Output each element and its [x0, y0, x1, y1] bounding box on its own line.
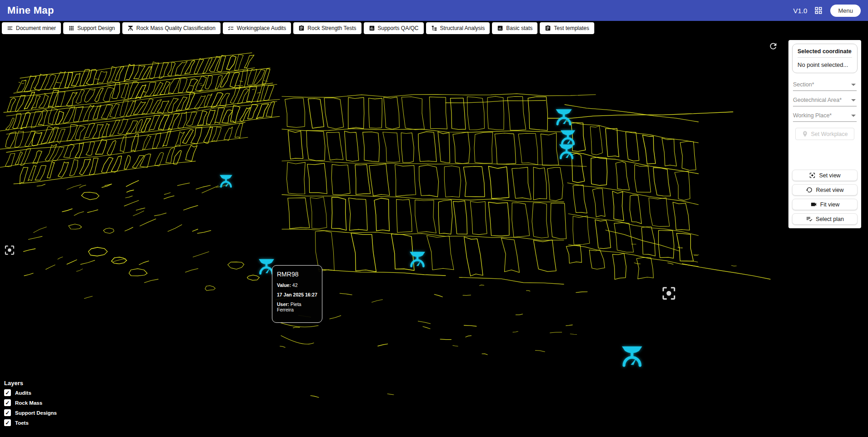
toolbar-button-label: Workingplace Audits — [237, 25, 286, 31]
side-panel: Selected coordinate No point selected...… — [788, 40, 861, 228]
chevron-down-icon — [851, 84, 856, 86]
tooltip-user: User: Pieta Ferreira — [277, 301, 317, 312]
location-pin-icon — [802, 131, 808, 137]
refresh-icon[interactable] — [768, 41, 778, 51]
mine-map-app: Mine Map V1.0 Menu Document minerSupport… — [0, 0, 868, 437]
checkbox-checked-icon[interactable]: ✓ — [4, 419, 11, 426]
view-button-label: Fit view — [820, 201, 839, 208]
toolbar-button-label: Basic stats — [506, 25, 532, 31]
view-button-label: Set view — [819, 172, 840, 179]
center-focus-marker-icon[interactable] — [661, 285, 677, 302]
menu-button[interactable]: Menu — [830, 5, 861, 17]
layer-label: Toets — [15, 420, 29, 426]
toolbar-button-label: Structural Analysis — [440, 25, 485, 31]
layer-toggle-toets[interactable]: ✓Toets — [4, 419, 57, 426]
center-focus-icon — [809, 172, 816, 179]
set-workplace-button[interactable]: Set Workplace — [795, 128, 854, 140]
app-header: Mine Map V1.0 Menu — [0, 0, 868, 21]
scale-marker-icon[interactable] — [557, 142, 576, 161]
toolbar-button-support-design[interactable]: Support Design — [63, 22, 120, 34]
mine-wireframe-map — [0, 35, 868, 437]
tooltip-timestamp: 17 Jan 2025 16:27 — [277, 292, 317, 297]
layers-panel: Layers ✓Audits✓Rock Mass✓Support Designs… — [4, 380, 57, 429]
select-label: Geotechnical Area* — [793, 97, 842, 103]
set-view-button[interactable]: Set view — [792, 170, 858, 181]
toolbar-button-structural-analysis[interactable]: Structural Analysis — [426, 22, 490, 34]
toolbar-button-supports-qa-qc[interactable]: Supports QA/QC — [364, 22, 424, 34]
chevron-down-icon — [851, 99, 856, 101]
tooltip-value-number: 42 — [292, 282, 298, 288]
apps-grid-icon — [68, 25, 75, 31]
layer-label: Support Designs — [15, 410, 57, 416]
chart-bars-icon — [497, 25, 503, 31]
restore-icon — [806, 186, 813, 193]
tree-icon — [431, 25, 437, 31]
checkbox-checked-icon[interactable]: ✓ — [4, 409, 11, 416]
selected-coordinate-empty: No point selected... — [798, 61, 852, 68]
view-button-label: Reset view — [816, 187, 843, 193]
toolbar: Document minerSupport DesignRock Mass Qu… — [0, 21, 868, 35]
select-working-place-[interactable]: Working Place* — [793, 110, 857, 122]
layer-toggle-rock-mass[interactable]: ✓Rock Mass — [4, 399, 57, 406]
toolbar-button-document-miner[interactable]: Document miner — [2, 22, 61, 34]
toolbar-button-label: Rock Mass Quality Classification — [136, 25, 216, 31]
checklist-icon — [228, 25, 234, 31]
scale-marker-icon[interactable] — [218, 173, 234, 189]
select-section-[interactable]: Section* — [793, 79, 857, 91]
tooltip-title: RMR98 — [277, 271, 317, 278]
panel-spacer — [792, 140, 858, 166]
select-geotechnical-area-[interactable]: Geotechnical Area* — [793, 94, 857, 106]
tooltip-value-label: Value: — [277, 282, 291, 288]
fit-view-button[interactable]: Fit view — [792, 199, 858, 210]
toolbar-button-workingplace-audits[interactable]: Workingplace Audits — [223, 22, 291, 34]
reset-view-button[interactable]: Reset view — [792, 184, 858, 196]
toolbar-button-label: Test templates — [554, 25, 589, 31]
toolbar-button-label: Document miner — [16, 25, 56, 31]
app-title: Mine Map — [7, 5, 54, 16]
playlist-check-icon — [806, 216, 813, 222]
scale-marker-icon[interactable] — [407, 249, 427, 269]
selected-coordinate-title: Selected coordinate — [798, 48, 852, 58]
analytics-icon — [369, 25, 375, 31]
toolbar-button-test-templates[interactable]: Test templates — [540, 22, 594, 34]
chevron-down-icon — [851, 115, 856, 117]
select-fields: Section*Geotechnical Area*Working Place* — [792, 77, 858, 125]
version-label: V1.0 — [793, 7, 808, 15]
center-focus-marker-icon[interactable] — [4, 244, 16, 256]
select-label: Section* — [793, 81, 814, 88]
view-button-label: Select plan — [816, 216, 844, 222]
layer-toggle-audits[interactable]: ✓Audits — [4, 389, 57, 396]
videocam-icon — [810, 201, 817, 208]
selected-coordinate-card: Selected coordinate No point selected... — [792, 44, 858, 73]
scale-icon — [127, 25, 134, 31]
layer-toggle-support-designs[interactable]: ✓Support Designs — [4, 409, 57, 416]
toolbar-button-label: Supports QA/QC — [378, 25, 419, 31]
layer-label: Rock Mass — [15, 400, 42, 406]
scale-marker-icon[interactable] — [619, 343, 645, 369]
set-workplace-label: Set Workplace — [811, 131, 848, 137]
dashboard-grid-icon[interactable] — [814, 6, 823, 15]
toolbar-button-rock-mass-quality-classification[interactable]: Rock Mass Quality Classification — [122, 22, 221, 34]
select-label: Working Place* — [793, 112, 832, 119]
tooltip-user-label: User: — [277, 301, 289, 307]
checkbox-checked-icon[interactable]: ✓ — [4, 389, 11, 396]
toolbar-button-rock-strength-tests[interactable]: Rock Strength Tests — [293, 22, 361, 34]
menu-lines-icon — [7, 25, 13, 31]
tooltip-value: Value: 42 — [277, 282, 317, 288]
toolbar-button-basic-stats[interactable]: Basic stats — [492, 22, 537, 34]
scale-marker-icon[interactable] — [553, 106, 574, 127]
layers-list: ✓Audits✓Rock Mass✓Support Designs✓Toets — [4, 389, 57, 426]
select-plan-button[interactable]: Select plan — [792, 213, 858, 225]
toolbar-button-label: Support Design — [77, 25, 115, 31]
view-buttons: Set viewReset viewFit viewSelect plan — [792, 166, 858, 225]
marker-tooltip: RMR98 Value: 42 17 Jan 2025 16:27 User: … — [272, 265, 322, 323]
layer-label: Audits — [15, 390, 31, 396]
checkbox-checked-icon[interactable]: ✓ — [4, 399, 11, 406]
clipboard-icon — [298, 25, 305, 31]
layers-title: Layers — [4, 380, 57, 387]
clipboard-icon — [545, 25, 551, 31]
map-canvas[interactable]: RMR98 Value: 42 17 Jan 2025 16:27 User: … — [0, 35, 868, 437]
toolbar-button-label: Rock Strength Tests — [307, 25, 356, 31]
